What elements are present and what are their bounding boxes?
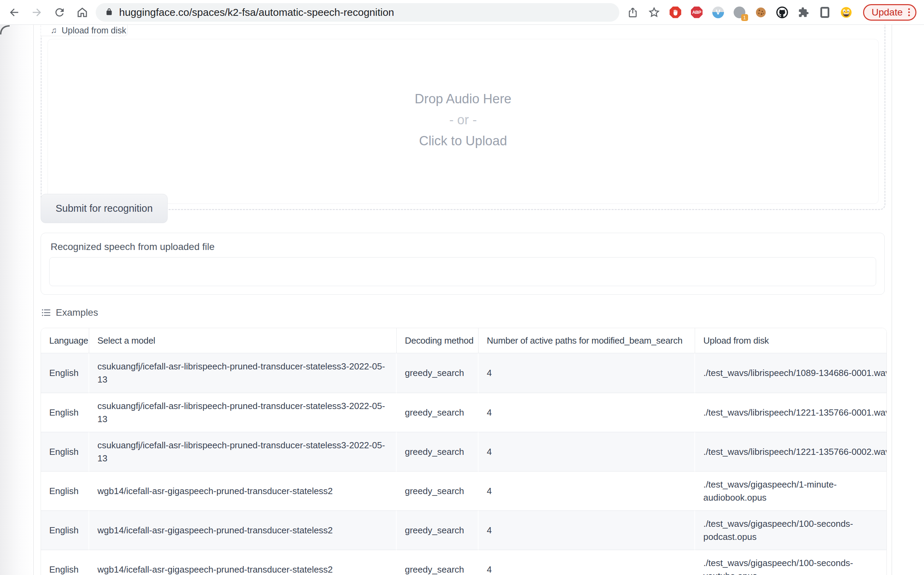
side-panel-icon[interactable] [818, 6, 831, 19]
submit-button[interactable]: Submit for recognition [41, 194, 168, 223]
table-row[interactable]: English wgb14/icefall-asr-gigaspeech-pru… [41, 510, 886, 550]
bookmark-star-icon[interactable] [648, 6, 660, 19]
update-label: Update [872, 7, 903, 18]
extensions-puzzle-icon[interactable] [797, 6, 810, 19]
audio-drop-zone[interactable]: Drop Audio Here - or - Click to Upload [41, 25, 886, 210]
tab-label: Upload from disk [62, 25, 126, 35]
table-row[interactable]: English wgb14/icefall-asr-gigaspeech-pru… [41, 471, 886, 510]
col-select-model: Select a model [89, 328, 397, 353]
abp-icon[interactable]: ABP [690, 6, 703, 19]
table-header-row: Language Select a model Decoding method … [41, 328, 886, 353]
table-row[interactable]: English csukuangfj/icefall-asr-librispee… [41, 353, 886, 392]
profile-notification-icon[interactable]: 1 [733, 6, 746, 19]
adblock-icon[interactable] [669, 6, 682, 19]
reload-icon[interactable] [53, 6, 66, 19]
tab-upload-from-disk[interactable]: ♫ Upload from disk [41, 25, 128, 36]
github-icon[interactable] [776, 6, 789, 19]
back-icon[interactable] [8, 6, 21, 19]
col-upload-from-disk: Upload from disk [695, 328, 886, 353]
list-icon [41, 308, 51, 318]
output-label: Recognized speech from uploaded file [51, 241, 214, 253]
emoji-extension-icon[interactable] [840, 6, 853, 19]
update-button[interactable]: Update [863, 4, 916, 21]
click-to-upload-text: Click to Upload [419, 133, 507, 148]
page-content: Drop Audio Here - or - Click to Upload ♫… [0, 25, 924, 575]
browser-toolbar: huggingface.co/spaces/k2-fsa/automatic-s… [0, 0, 924, 25]
examples-label: Examples [56, 307, 98, 318]
share-icon[interactable] [626, 6, 639, 19]
cookie-icon[interactable] [754, 6, 767, 19]
col-language: Language [41, 328, 89, 353]
col-decoding-method: Decoding method [397, 328, 478, 353]
music-note-icon: ♫ [51, 26, 57, 35]
output-block: Recognized speech from uploaded file [41, 233, 885, 295]
right-divider [892, 25, 892, 575]
lock-icon [105, 7, 114, 17]
v-extension-icon[interactable]: V [711, 6, 725, 19]
address-bar[interactable]: huggingface.co/spaces/k2-fsa/automatic-s… [96, 3, 619, 22]
url-text: huggingface.co/spaces/k2-fsa/automatic-s… [119, 6, 394, 18]
notification-badge: 1 [741, 14, 748, 21]
audio-drop-inner[interactable]: Drop Audio Here - or - Click to Upload [48, 39, 878, 204]
forward-icon[interactable] [30, 6, 43, 19]
col-active-paths: Number of active paths for modified_beam… [478, 328, 695, 353]
drop-audio-text: Drop Audio Here [415, 92, 511, 106]
home-icon[interactable] [76, 6, 89, 19]
table-row[interactable]: English csukuangfj/icefall-asr-librispee… [41, 392, 886, 432]
drop-or-text: - or - [449, 113, 477, 127]
examples-header: Examples [41, 307, 98, 319]
examples-table: Language Select a model Decoding method … [41, 328, 887, 575]
window-corner [0, 25, 10, 35]
recognized-speech-input[interactable] [49, 257, 876, 286]
table-row[interactable]: English csukuangfj/icefall-asr-librispee… [41, 432, 886, 471]
table-row[interactable]: English wgb14/icefall-asr-gigaspeech-pru… [41, 550, 886, 575]
left-gutter [0, 25, 34, 575]
browser-menu-dots-icon[interactable] [907, 7, 911, 17]
